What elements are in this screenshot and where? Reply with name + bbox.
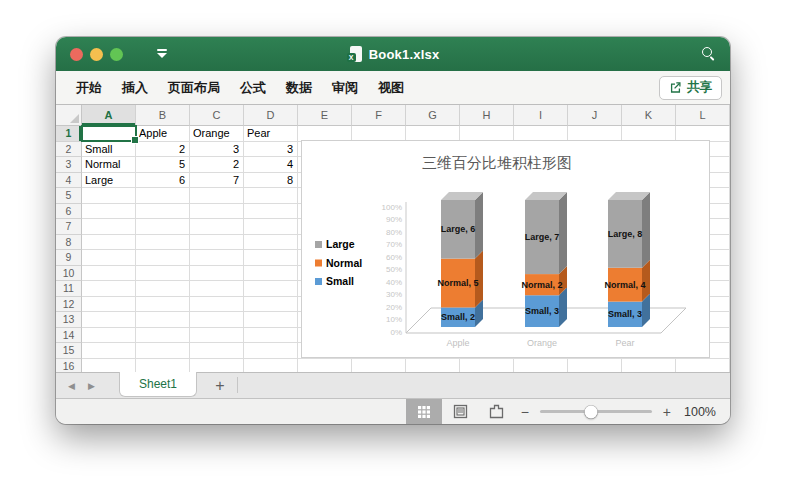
cell-A4[interactable]: Large (82, 173, 136, 189)
cell-C4[interactable]: 7 (190, 173, 244, 189)
row-header-15[interactable]: 15 (56, 343, 82, 359)
zoom-level[interactable]: 100% (682, 405, 716, 419)
cell-A12[interactable] (82, 297, 136, 313)
close-window-button[interactable] (70, 48, 83, 61)
minimize-window-button[interactable] (90, 48, 103, 61)
menu-item-7[interactable]: 视图 (368, 79, 414, 97)
cell-C2[interactable]: 3 (190, 142, 244, 158)
cell-C14[interactable] (190, 328, 244, 344)
column-header-K[interactable]: K (622, 105, 676, 126)
cell-C9[interactable] (190, 250, 244, 266)
cell-C7[interactable] (190, 219, 244, 235)
cell-B15[interactable] (136, 343, 190, 359)
column-header-E[interactable]: E (298, 105, 352, 126)
collapse-toolbar-icon[interactable] (157, 49, 167, 59)
row-header-14[interactable]: 14 (56, 328, 82, 344)
cell-A9[interactable] (82, 250, 136, 266)
cell-D2[interactable]: 3 (244, 142, 298, 158)
cell-A5[interactable] (82, 188, 136, 204)
cell-C5[interactable] (190, 188, 244, 204)
cell-D3[interactable]: 4 (244, 157, 298, 173)
next-sheet-arrow[interactable]: ▶ (88, 381, 95, 391)
row-header-11[interactable]: 11 (56, 281, 82, 297)
column-header-D[interactable]: D (244, 105, 298, 126)
row-header-10[interactable]: 10 (56, 266, 82, 282)
cell-D6[interactable] (244, 204, 298, 220)
cell-C8[interactable] (190, 235, 244, 251)
column-header-F[interactable]: F (352, 105, 406, 126)
zoom-out-button[interactable]: − (521, 405, 529, 419)
cell-B10[interactable] (136, 266, 190, 282)
cell-D4[interactable]: 8 (244, 173, 298, 189)
cell-B7[interactable] (136, 219, 190, 235)
row-header-4[interactable]: 4 (56, 173, 82, 189)
cell-D13[interactable] (244, 312, 298, 328)
row-header-6[interactable]: 6 (56, 204, 82, 220)
cell-C15[interactable] (190, 343, 244, 359)
cell-B11[interactable] (136, 281, 190, 297)
row-header-2[interactable]: 2 (56, 142, 82, 158)
add-sheet-button[interactable]: + (208, 377, 232, 395)
cell-B3[interactable]: 5 (136, 157, 190, 173)
row-header-9[interactable]: 9 (56, 250, 82, 266)
row-header-13[interactable]: 13 (56, 312, 82, 328)
cell-C12[interactable] (190, 297, 244, 313)
cell-H16[interactable] (460, 359, 514, 373)
cell-C16[interactable] (190, 359, 244, 373)
menu-item-4[interactable]: 公式 (230, 79, 276, 97)
prev-sheet-arrow[interactable]: ◀ (68, 381, 75, 391)
embedded-chart[interactable]: 三维百分比堆积柱形图0%10%20%30%40%50%60%70%80%90%1… (301, 140, 710, 358)
zoom-in-button[interactable]: + (663, 405, 671, 419)
cell-F16[interactable] (352, 359, 406, 373)
row-header-12[interactable]: 12 (56, 297, 82, 313)
cell-A8[interactable] (82, 235, 136, 251)
page-layout-view-button[interactable] (442, 399, 478, 424)
cell-B2[interactable]: 2 (136, 142, 190, 158)
cell-A15[interactable] (82, 343, 136, 359)
page-break-view-button[interactable] (478, 399, 514, 424)
cell-B6[interactable] (136, 204, 190, 220)
menu-item-3[interactable]: 页面布局 (158, 79, 230, 97)
zoom-slider-knob[interactable] (585, 405, 598, 418)
cell-K16[interactable] (622, 359, 676, 373)
cell-D1[interactable]: Pear (244, 126, 298, 142)
titlebar[interactable]: X Book1.xlsx (56, 37, 730, 71)
cell-A14[interactable] (82, 328, 136, 344)
cell-D5[interactable] (244, 188, 298, 204)
cell-D14[interactable] (244, 328, 298, 344)
normal-view-button[interactable] (406, 399, 442, 424)
cell-D15[interactable] (244, 343, 298, 359)
menu-item-1[interactable]: 开始 (66, 79, 112, 97)
cell-B8[interactable] (136, 235, 190, 251)
cell-B1[interactable]: Apple (136, 126, 190, 142)
cell-G16[interactable] (406, 359, 460, 373)
column-header-B[interactable]: B (136, 105, 190, 126)
menu-item-6[interactable]: 审阅 (322, 79, 368, 97)
row-header-7[interactable]: 7 (56, 219, 82, 235)
cell-B12[interactable] (136, 297, 190, 313)
cell-D11[interactable] (244, 281, 298, 297)
column-header-J[interactable]: J (568, 105, 622, 126)
share-button[interactable]: 共享 (659, 76, 722, 100)
cell-L16[interactable] (676, 359, 730, 373)
cell-A11[interactable] (82, 281, 136, 297)
cell-B13[interactable] (136, 312, 190, 328)
cell-D8[interactable] (244, 235, 298, 251)
cell-C1[interactable]: Orange (190, 126, 244, 142)
cell-D16[interactable] (244, 359, 298, 373)
cell-C13[interactable] (190, 312, 244, 328)
cell-A13[interactable] (82, 312, 136, 328)
menu-item-5[interactable]: 数据 (276, 79, 322, 97)
cell-D9[interactable] (244, 250, 298, 266)
cell-A10[interactable] (82, 266, 136, 282)
column-header-G[interactable]: G (406, 105, 460, 126)
row-header-16[interactable]: 16 (56, 359, 82, 373)
column-header-A[interactable]: A (82, 105, 136, 126)
menu-item-2[interactable]: 插入 (112, 79, 158, 97)
cell-I16[interactable] (514, 359, 568, 373)
cell-B5[interactable] (136, 188, 190, 204)
select-all-corner[interactable] (56, 105, 82, 126)
cell-A16[interactable] (82, 359, 136, 373)
cell-C3[interactable]: 2 (190, 157, 244, 173)
cell-C10[interactable] (190, 266, 244, 282)
